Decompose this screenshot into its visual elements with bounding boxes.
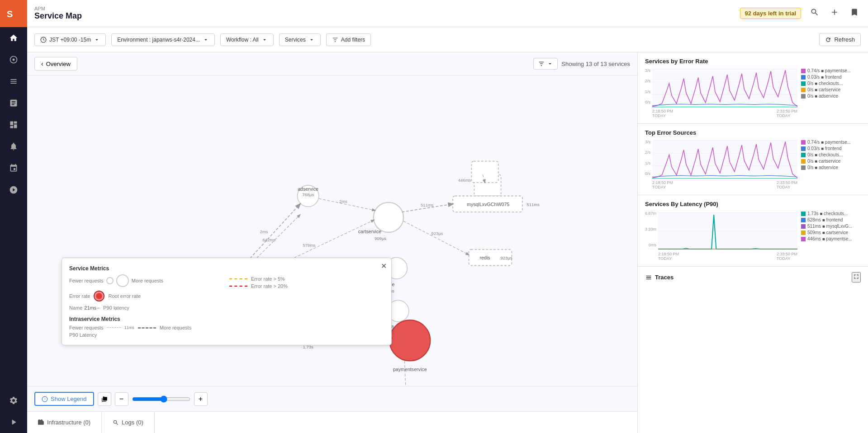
zoom-out-button[interactable]: −	[115, 392, 128, 406]
lat-legend-cart: 509ms ■ cartservice	[801, 230, 861, 235]
right-panel: Services by Error Rate 3/s 2/s 1/s 0/s	[637, 52, 868, 433]
error-rate-x-end: 2:33:50 PMTODAY	[777, 109, 797, 118]
workflow-filter-button[interactable]: Workflow : All	[220, 33, 274, 46]
legend-cart: 0/s ■ cartservice	[801, 87, 861, 92]
top-legend-paymentse: 0.74/s ■ paymentse...	[801, 140, 861, 145]
latency-legend: 1.73s ■ checkouts... 628ms ■ frontend 51…	[797, 211, 861, 261]
error-rate-svg	[652, 68, 797, 108]
legend-checkouts: 0/s ■ checkouts...	[801, 81, 861, 86]
show-legend-button[interactable]: i Show Legend	[34, 392, 94, 406]
map-filter-button[interactable]	[533, 58, 558, 70]
time-filter-label: JST +09:00 -15m	[49, 37, 91, 43]
svg-text:redis: redis	[480, 255, 490, 260]
service-map-canvas[interactable]: frontend 316 adservice 768µs mysqlLxvGCh…	[27, 75, 637, 386]
sidebar-item-alerts[interactable]	[0, 136, 27, 157]
refresh-button[interactable]: Refresh	[819, 33, 861, 46]
error-rate-20-row: Error rate > 20%	[229, 283, 384, 289]
legend-grid: Service Metrics Fewer requests More requ…	[69, 265, 384, 338]
environment-filter-button[interactable]: Environment : japanws-s4r-2024...	[111, 33, 215, 46]
topbar: APM Service Map 92 days left in trial	[27, 0, 868, 27]
services-by-error-rate-section: Services by Error Rate 3/s 2/s 1/s 0/s	[638, 52, 868, 124]
time-filter-button[interactable]: JST +09:00 -15m	[34, 33, 106, 46]
sidebar-item-blocks[interactable]	[0, 157, 27, 179]
sidebar-item-expand[interactable]	[0, 411, 27, 433]
logs-tab[interactable]: Logs (0)	[102, 412, 155, 433]
lat-legend-frontend: 628ms ■ frontend	[801, 217, 861, 222]
latency-chart: 6.67m 3.33m 0ms	[645, 211, 861, 261]
top-legend-checkouts: 0/s ■ checkouts...	[801, 152, 861, 157]
svg-line-46	[403, 221, 469, 255]
sidebar-item-rum[interactable]	[0, 179, 27, 201]
intra-p90-label: P90 Latency	[69, 332, 97, 338]
name-label: Name	[69, 305, 82, 311]
service-metrics-section: Service Metrics Fewer requests More requ…	[69, 265, 224, 311]
error-rate-5-row: Error rate > 5%	[229, 276, 384, 282]
error-rate-legend: 0.74/s ■ paymentse... 0.03/s ■ frontend …	[797, 68, 861, 118]
svg-text:adservice: adservice	[298, 186, 318, 192]
p90-latency-label: P90 latency	[103, 305, 129, 311]
overview-button[interactable]: ‹ Overview	[34, 57, 77, 71]
top-error-x-labels: 2:18:50 PMTODAY 2:33:50 PMTODAY	[652, 179, 797, 189]
main-content: APM Service Map 92 days left in trial JS…	[27, 0, 868, 433]
svg-text:i: i	[44, 397, 45, 400]
error-rate-20-line	[229, 286, 247, 287]
dot-adservice	[801, 94, 806, 99]
error-rate-x-start: 2:18:50 PMTODAY	[652, 109, 673, 118]
traces-expand-button[interactable]	[852, 272, 861, 282]
svg-line-56	[404, 361, 407, 386]
app-name: APM	[34, 6, 82, 11]
legend-close-button[interactable]: ✕	[381, 262, 387, 270]
dot-frontend	[801, 75, 806, 80]
svg-point-2	[13, 59, 15, 61]
bookmark-button[interactable]	[848, 6, 861, 21]
zoom-in-button[interactable]: +	[194, 392, 208, 406]
val-frontend: 0.03/s ■ frontend	[807, 75, 842, 80]
sidebar-item-logs[interactable]	[0, 92, 27, 114]
workflow-filter-label: Workflow : All	[226, 37, 259, 43]
sidebar-item-settings[interactable]	[0, 390, 27, 411]
infrastructure-tab-label: Infrastructure (0)	[47, 419, 90, 426]
sidebar: S	[0, 0, 27, 433]
intraservice-metrics-section: Intraservice Metrics Fewer requests 11ms…	[69, 316, 224, 338]
sidebar-item-infrastructure[interactable]	[0, 71, 27, 92]
svg-text:446ms: 446ms	[458, 178, 471, 183]
search-button[interactable]	[808, 6, 821, 21]
error-rate-chart: 3/s 2/s 1/s 0/s	[645, 68, 861, 118]
circle-large	[116, 274, 129, 287]
sidebar-item-home[interactable]	[0, 27, 27, 49]
svg-text:511ms: 511ms	[526, 202, 540, 207]
infrastructure-tab[interactable]: Infrastructure (0)	[27, 412, 102, 433]
add-filters-button[interactable]: Add filters	[326, 33, 371, 46]
topbar-right: 92 days left in trial	[740, 6, 861, 21]
intra-more-label: More requests	[160, 325, 191, 330]
svg-text:579ms: 579ms	[303, 243, 316, 248]
screenshot-button[interactable]	[98, 392, 111, 406]
toolbar: JST +09:00 -15m Environment : japanws-s4…	[27, 27, 868, 52]
dot-cart	[801, 88, 806, 92]
y-label-3: 3/s	[645, 68, 650, 73]
svg-text:909µs: 909µs	[375, 236, 386, 241]
legend-popup: ✕ Service Metrics Fewer requests More re…	[62, 258, 392, 345]
error-rate-5-label: Error rate > 5%	[251, 276, 285, 282]
legend-paymentse: 0.74/s ■ paymentse...	[801, 68, 861, 73]
latency-y-labels: 6.67m 3.33m 0ms	[645, 211, 658, 247]
sidebar-item-dashboards[interactable]	[0, 114, 27, 136]
intraservice-p90-row: P90 Latency	[69, 332, 224, 338]
lat-legend-mysql: 511ms ■ mysqlLxvG...	[801, 224, 861, 229]
services-filter-label: Services	[285, 37, 306, 43]
top-error-y-labels: 3/s 2/s 1/s 0/s	[645, 140, 652, 176]
y-label-2: 2/s	[645, 79, 650, 83]
sidebar-item-apm[interactable]	[0, 49, 27, 71]
environment-filter-label: Environment : japanws-s4r-2024...	[117, 37, 200, 43]
services-by-latency-title: Services By Latency (P90)	[645, 201, 861, 207]
traces-icon	[645, 274, 652, 281]
add-button[interactable]	[828, 6, 841, 21]
overview-label: Overview	[46, 61, 71, 67]
dot-checkouts	[801, 81, 806, 86]
error-rate-chart-body: 2:18:50 PMTODAY 2:33:50 PMTODAY	[652, 68, 797, 118]
services-filter-button[interactable]: Services	[279, 33, 321, 46]
splunk-logo[interactable]: S	[0, 0, 27, 27]
right-scroll[interactable]: Services by Error Rate 3/s 2/s 1/s 0/s	[638, 52, 868, 433]
intraservice-right	[229, 316, 384, 338]
zoom-slider[interactable]	[132, 395, 190, 403]
